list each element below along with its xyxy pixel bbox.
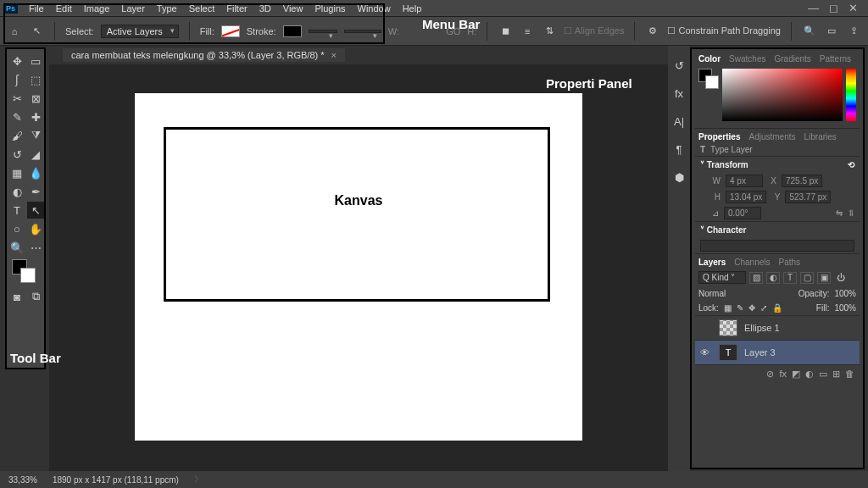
history-icon[interactable]: ↺ [675, 59, 684, 72]
flip-v-icon[interactable]: ⥮ [848, 208, 854, 218]
blur-icon[interactable]: 💧 [27, 164, 44, 181]
path-select-icon[interactable]: ↖ [27, 202, 44, 219]
tab-libraries[interactable]: Libraries [804, 132, 837, 141]
gradient-icon[interactable]: ▦ [8, 164, 25, 181]
tab-paths[interactable]: Paths [779, 258, 801, 267]
crop-icon[interactable]: ✂ [8, 90, 25, 107]
menu-window[interactable]: Window [352, 3, 397, 14]
blend-mode-dropdown[interactable]: Normal [698, 289, 753, 298]
home-icon[interactable]: ⌂ [7, 24, 22, 39]
dodge-icon[interactable]: ◐ [8, 183, 25, 200]
path-select-tool-icon[interactable]: ↖ [29, 24, 44, 39]
para-icon[interactable]: ¶ [676, 143, 682, 156]
fg-bg-swatch[interactable] [8, 258, 44, 286]
menu-type[interactable]: Type [151, 3, 183, 14]
select-mode-dropdown[interactable]: Active Layers [101, 25, 179, 38]
tab-gradients[interactable]: Gradients [774, 54, 810, 64]
new-layer-icon[interactable]: ⊞ [832, 369, 840, 380]
heal-icon[interactable]: ✚ [27, 108, 44, 125]
canvas[interactable]: Kanvas [135, 93, 582, 441]
kind-filter[interactable]: Q Kind ˅ [698, 271, 746, 284]
reset-icon[interactable]: ⟲ [848, 160, 854, 169]
adjust-layer-icon[interactable]: ◐ [805, 369, 814, 380]
fx-add-icon[interactable]: fx [779, 369, 787, 380]
menu-edit[interactable]: Edit [50, 3, 78, 14]
eraser-icon[interactable]: ◢ [27, 146, 44, 163]
tab-close-icon[interactable]: × [331, 50, 337, 60]
zoom-icon[interactable]: 🔍 [8, 239, 25, 256]
tab-properties[interactable]: Properties [698, 132, 740, 141]
quickmask-icon[interactable]: ◙ [8, 288, 25, 305]
menu-select[interactable]: Select [183, 3, 221, 14]
menu-image[interactable]: Image [78, 3, 116, 14]
filter-toggle-icon[interactable]: ⏻ [834, 272, 848, 284]
color-fgbg[interactable] [698, 69, 719, 97]
filter-type-icon[interactable]: T [783, 272, 797, 284]
angle-field[interactable]: 0.00° [724, 207, 761, 219]
menu-layer[interactable]: Layer [115, 3, 151, 14]
align-edges-check[interactable]: ☐ Align Edges [564, 25, 624, 36]
lock-brush-icon[interactable]: ✎ [737, 303, 743, 313]
filter-smart-icon[interactable]: ▣ [817, 272, 831, 284]
tab-swatches[interactable]: Swatches [729, 54, 765, 64]
height-field[interactable]: 13.04 px [726, 191, 766, 203]
char-icon[interactable]: A| [674, 115, 684, 128]
fx-icon[interactable]: fx [675, 87, 683, 100]
menu-filter[interactable]: Filter [220, 3, 253, 14]
tab-patterns[interactable]: Patterns [820, 54, 851, 64]
tab-channels[interactable]: Channels [734, 258, 770, 267]
link-icon[interactable]: ⊘ [766, 369, 774, 380]
selection-icon[interactable]: ⬚ [27, 71, 44, 88]
y-field[interactable]: 523.77 px [785, 191, 831, 203]
3d-icon[interactable]: ⬢ [675, 171, 684, 184]
mask-icon[interactable]: ◩ [792, 369, 800, 380]
fill-field[interactable]: 100% [834, 303, 856, 313]
stroke-swatch[interactable] [283, 25, 302, 37]
document-tab[interactable]: cara membuat teks melengkung @ 33,3% (La… [63, 48, 345, 62]
eyedropper-icon[interactable]: ✎ [8, 108, 25, 125]
lock-all-icon[interactable]: 🔒 [772, 303, 782, 313]
workspace-icon[interactable]: ▭ [824, 24, 839, 39]
type-icon[interactable]: T [8, 202, 25, 219]
menu-file[interactable]: File [23, 3, 50, 14]
stamp-icon[interactable]: ⧩ [27, 127, 44, 144]
menu-help[interactable]: Help [397, 3, 428, 14]
win-close-icon[interactable]: ✕ [849, 2, 858, 14]
layer-layer3[interactable]: 👁 T Layer 3 [695, 340, 860, 364]
stroke-style-field[interactable] [344, 30, 381, 33]
group-icon[interactable]: ▭ [819, 369, 827, 380]
tab-adjustments[interactable]: Adjustments [748, 132, 795, 141]
menu-3d[interactable]: 3D [253, 3, 277, 14]
marquee-icon[interactable]: ▭ [27, 53, 44, 69]
stroke-width-field[interactable] [309, 30, 337, 33]
filter-image-icon[interactable]: ▧ [749, 272, 763, 284]
layer-ellipse1[interactable]: Ellipse 1 [695, 315, 860, 340]
win-restore-icon[interactable]: ◻ [829, 2, 838, 14]
filter-shape-icon[interactable]: ▢ [800, 272, 814, 284]
tab-layers[interactable]: Layers [698, 258, 726, 267]
align-icon[interactable]: ≡ [520, 24, 535, 39]
search-icon[interactable]: 🔍 [802, 24, 817, 39]
fill-swatch[interactable] [221, 25, 240, 37]
share-icon[interactable]: ⇪ [846, 24, 861, 39]
rectangle-shape[interactable] [164, 127, 550, 302]
menu-plugins[interactable]: Plugins [309, 3, 351, 14]
x-field[interactable]: 725.5 px [782, 175, 822, 187]
flip-h-icon[interactable]: ⇋ [836, 208, 843, 218]
frame-icon[interactable]: ⊠ [27, 90, 44, 107]
lasso-icon[interactable]: ʃ [8, 71, 25, 88]
character-header[interactable]: Character [707, 225, 747, 235]
screenmode-icon[interactable]: ⧉ [27, 288, 44, 305]
more-icon[interactable]: ⋯ [27, 239, 44, 256]
history-brush-icon[interactable]: ↺ [8, 146, 25, 163]
hue-bar[interactable] [846, 69, 856, 121]
gear-icon[interactable]: ⚙ [645, 24, 660, 39]
arrange-icon[interactable]: ⇅ [542, 24, 557, 39]
win-minimize-icon[interactable]: — [808, 2, 819, 14]
lock-trans-icon[interactable]: ▦ [724, 303, 732, 313]
font-dropdown[interactable] [700, 240, 854, 252]
shape-icon[interactable]: ○ [8, 220, 25, 237]
opacity-field[interactable]: 100% [834, 289, 856, 298]
hand-icon[interactable]: ✋ [27, 220, 44, 237]
constrain-check[interactable]: ☐ Constrain Path Dragging [667, 25, 781, 36]
